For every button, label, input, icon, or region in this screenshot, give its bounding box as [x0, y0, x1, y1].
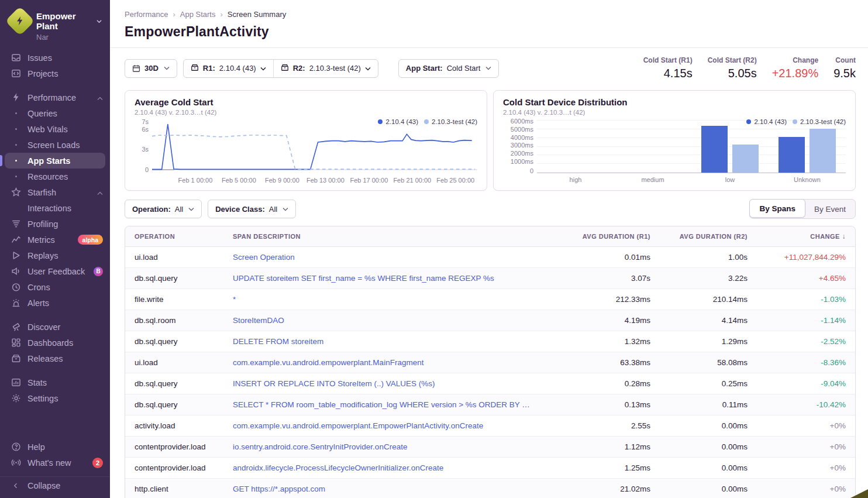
span-link[interactable]: DELETE FROM storeitem	[223, 331, 543, 352]
bar-group-high	[537, 118, 614, 173]
sidebar-item-user-feedback[interactable]: User Feedback B	[0, 263, 110, 279]
col-change[interactable]: CHANGE ↓	[757, 226, 855, 247]
span-link[interactable]: com.example.vu.android.empowerplant.Main…	[223, 352, 543, 373]
chart-legend: 2.10.4 (43) 2.10.3-test (42)	[746, 118, 846, 125]
sidebar-item-whats-new[interactable]: What's new 2	[0, 455, 110, 470]
span-link[interactable]: SELECT * FROM room_table_modification_lo…	[223, 394, 543, 415]
legend-item-r2[interactable]: 2.10.3-test (42)	[424, 118, 477, 125]
bar-chart-icon	[11, 377, 21, 387]
breadcrumb-performance[interactable]: Performance	[125, 10, 168, 19]
tab-by-event[interactable]: By Event	[805, 200, 855, 218]
span-link[interactable]: *	[223, 289, 543, 310]
sidebar-item-screen-loads[interactable]: Screen Loads	[0, 137, 110, 153]
sidebar-item-stats[interactable]: Stats	[0, 375, 110, 390]
span-link[interactable]: GET https://*.appspot.com	[223, 479, 543, 498]
device-class-filter-button[interactable]: Device Class: All	[208, 200, 296, 218]
sidebar-item-profiling[interactable]: Profiling	[0, 216, 110, 232]
release-r1-button[interactable]: R1: 2.10.4 (43)	[184, 60, 273, 77]
table-row: db.sql.roomStoreItemDAO4.19ms4.14ms-1.14…	[125, 310, 855, 331]
sidebar-item-replays[interactable]: Replays	[0, 248, 110, 263]
spans-table: OPERATION SPAN DESCRIPTION AVG DURATION …	[125, 226, 856, 498]
bar-r2[interactable]	[732, 145, 759, 173]
col-span-description[interactable]: SPAN DESCRIPTION	[223, 226, 543, 247]
col-avg-duration-r1[interactable]: AVG DURATION (R1)	[543, 226, 660, 247]
org-name: Empower Plant	[36, 11, 94, 31]
sidebar-item-releases[interactable]: Releases	[0, 351, 110, 366]
chevron-down-icon	[260, 64, 266, 73]
operation-filter-button[interactable]: Operation: All	[125, 200, 202, 218]
bar-r1[interactable]	[779, 137, 805, 173]
bullet-icon	[11, 128, 21, 130]
app-start-type-button[interactable]: App Start: Cold Start	[398, 59, 500, 78]
legend-dot-icon	[378, 119, 383, 124]
legend-dot-icon	[746, 119, 751, 124]
chevron-left-icon	[11, 482, 21, 489]
projects-icon	[11, 68, 21, 78]
sidebar-item-crons[interactable]: Crons	[0, 279, 110, 295]
clock-icon	[11, 282, 21, 292]
sidebar-item-interactions[interactable]: Interactions	[0, 200, 110, 216]
issues-icon	[11, 53, 21, 63]
sidebar-item-resources[interactable]: Resources	[0, 169, 110, 184]
performance-icon	[11, 92, 21, 102]
table-row: db.sql.queryUPDATE storeitem SET first_n…	[125, 268, 855, 289]
bar-group-unknown	[769, 118, 846, 173]
sidebar-item-starfish[interactable]: Starfish	[0, 184, 110, 200]
sidebar-item-queries[interactable]: Queries	[0, 105, 110, 121]
stat-change: Change +21.89%	[772, 56, 819, 80]
sidebar-item-metrics[interactable]: Metrics alpha	[0, 232, 110, 248]
avg-cold-start-chart: Average Cold Start 2.10.4 (43) v. 2.10.3…	[125, 90, 487, 191]
span-link[interactable]: io.sentry.android.core.SentryInitProvide…	[223, 437, 543, 458]
breadcrumb-separator: ›	[220, 10, 222, 19]
page-title: EmpowerPlantActivity	[125, 24, 854, 40]
span-link[interactable]: INSERT OR REPLACE INTO StoreItem (..) VA…	[223, 373, 543, 394]
bar-r2[interactable]	[810, 129, 836, 173]
tab-by-spans[interactable]: By Spans	[749, 199, 805, 218]
sidebar-item-help[interactable]: Help	[0, 439, 110, 455]
span-link[interactable]: com.example.vu.android.empowerplant.Empo…	[223, 415, 543, 437]
sidebar-item-app-starts[interactable]: App Starts	[5, 153, 105, 169]
breadcrumb-app-starts[interactable]: App Starts	[180, 10, 216, 19]
device-distribution-chart: Cold Start Device Distribution 2.10.4 (4…	[493, 90, 856, 191]
view-toggle: By Spans By Event	[749, 199, 856, 219]
span-link[interactable]: androidx.lifecycle.ProcessLifecycleOwner…	[223, 458, 543, 479]
legend-item-r1[interactable]: 2.10.4 (43)	[746, 118, 787, 125]
span-link[interactable]: UPDATE storeitem SET first_name = %s WHE…	[223, 268, 543, 289]
org-subtitle: Nar	[36, 33, 102, 42]
legend-item-r1[interactable]: 2.10.4 (43)	[378, 118, 418, 125]
beta-badge: B	[94, 267, 103, 276]
dashboards-icon	[11, 338, 21, 348]
sidebar-item-alerts[interactable]: Alerts	[0, 295, 110, 311]
span-link[interactable]: StoreItemDAO	[223, 310, 543, 331]
sidebar-item-dashboards[interactable]: Dashboards	[0, 335, 110, 351]
sidebar-item-discover[interactable]: Discover	[0, 319, 110, 335]
bar-r1[interactable]	[701, 126, 728, 173]
org-switcher[interactable]: Empower Plant Nar	[0, 7, 110, 50]
profiling-icon	[11, 219, 21, 229]
corner-mascot-decoration	[850, 489, 868, 498]
sidebar-item-settings[interactable]: Settings	[0, 390, 110, 406]
sidebar-collapse-button[interactable]: Collapse	[0, 476, 110, 492]
bullet-icon	[11, 112, 21, 114]
release-r2-button[interactable]: R2: 2.10.3-test (42)	[273, 60, 378, 77]
sidebar-item-projects[interactable]: Projects	[0, 66, 110, 81]
summary-stats: Cold Start (R1) 4.15s Cold Start (R2) 5.…	[643, 56, 856, 80]
legend-dot-icon	[424, 119, 429, 124]
line-plot-area: 7s 6s 3s 0	[152, 118, 477, 173]
sidebar-item-issues[interactable]: Issues	[0, 50, 110, 66]
bullet-icon	[11, 176, 21, 177]
col-avg-duration-r2[interactable]: AVG DURATION (R2)	[660, 226, 757, 247]
bar-group-low	[691, 118, 769, 173]
table-row: contentprovider.loadandroidx.lifecycle.P…	[125, 458, 855, 479]
table-row: db.sql.querySELECT * FROM room_table_mod…	[125, 394, 855, 415]
span-link[interactable]: Screen Operation	[223, 247, 543, 268]
sidebar-item-web-vitals[interactable]: Web Vitals	[0, 121, 110, 137]
broadcast-icon	[11, 458, 21, 468]
legend-item-r2[interactable]: 2.10.3-test (42)	[793, 118, 846, 125]
date-range-button[interactable]: 30D	[125, 59, 177, 78]
col-operation[interactable]: OPERATION	[125, 226, 223, 247]
sidebar-item-performance[interactable]: Performance	[0, 90, 110, 105]
bullet-icon	[11, 160, 21, 162]
megaphone-icon	[11, 266, 21, 276]
table-row: db.sql.queryDELETE FROM storeitem1.32ms1…	[125, 331, 855, 352]
